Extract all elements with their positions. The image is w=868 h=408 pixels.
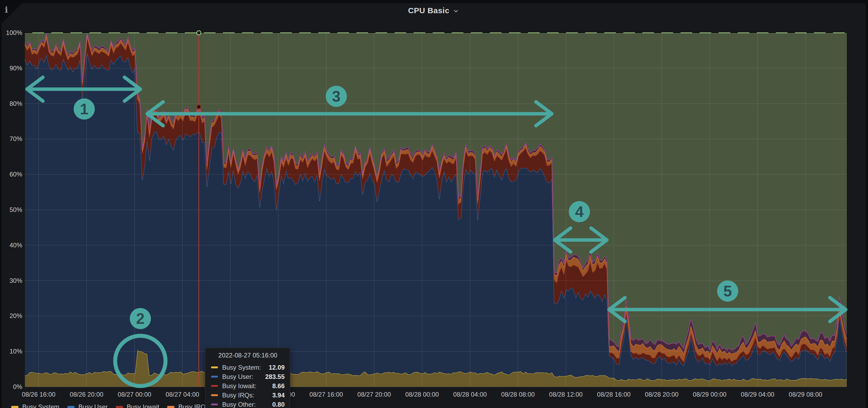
y-axis-label: 90% xyxy=(2,64,22,72)
legend-series-label: Busy Iowait xyxy=(127,403,159,408)
x-axis-label: 08/28 20:00 xyxy=(645,390,679,399)
x-axis-label: 08/27 04:00 xyxy=(166,390,199,399)
y-axis-label: 70% xyxy=(2,135,22,143)
x-axis-label: 08/28 12:00 xyxy=(549,390,583,399)
x-axis-label: 08/28 16:00 xyxy=(597,390,631,399)
grafana-page: i CPU Basic 12345 100%90%80%70%60%50%40%… xyxy=(0,0,868,408)
y-axis-label: 100% xyxy=(2,29,22,37)
x-axis-label: 08/29 08:00 xyxy=(789,390,823,399)
legend-series-label: Busy System xyxy=(22,403,59,408)
legend-series-dash-icon xyxy=(11,406,19,408)
tooltip-series-label: Busy Other: xyxy=(222,401,256,408)
y-axis-label: 20% xyxy=(2,312,22,320)
x-axis-label: 08/26 16:00 xyxy=(22,390,56,399)
legend-item[interactable]: Busy IRQs xyxy=(167,403,209,408)
x-axis-label: 08/29 04:00 xyxy=(741,390,775,399)
chart-tooltip: 2022-08-27 05:16:00 Busy System:12.09Bus… xyxy=(205,348,290,408)
y-axis-label: 80% xyxy=(2,100,22,108)
legend-series-dash-icon xyxy=(116,406,123,408)
tooltip-series-label: Busy User: xyxy=(222,373,253,380)
tooltip-series-label: Busy System: xyxy=(222,364,261,371)
legend-series-label: Busy IRQs xyxy=(178,403,209,408)
annotation-badge-number: 1 xyxy=(80,100,88,117)
x-axis-label: 08/27 20:00 xyxy=(358,390,391,399)
tooltip-series-dash-icon xyxy=(211,367,218,368)
legend-item[interactable]: Busy Iowait xyxy=(116,403,159,408)
annotation-badge-number: 5 xyxy=(723,282,732,300)
tooltip-row: Busy Iowait:8.66 xyxy=(211,381,285,390)
tooltip-series-value: 3.94 xyxy=(272,392,285,399)
legend-series-dash-icon xyxy=(67,406,75,408)
tooltip-series-dash-icon xyxy=(211,385,218,387)
tooltip-series-label: Busy Iowait: xyxy=(222,382,256,390)
x-axis-label: 08/29 00:00 xyxy=(693,390,726,399)
cpu-basic-panel: i CPU Basic 12345 100%90%80%70%60%50%40%… xyxy=(2,3,866,408)
y-axis-label: 50% xyxy=(2,206,22,214)
x-axis-label: 08/28 00:00 xyxy=(405,390,439,399)
y-axis-label: 0% xyxy=(2,383,22,391)
annotation-badge-number: 4 xyxy=(575,203,584,220)
y-axis-label: 10% xyxy=(2,347,22,355)
hover-marker-idle xyxy=(197,31,201,35)
tooltip-series-value: 283.55 xyxy=(265,373,285,380)
x-axis-label: 08/28 08:00 xyxy=(501,390,535,399)
legend-series-label: Busy User xyxy=(79,403,108,408)
tooltip-series-value: 0.80 xyxy=(272,401,285,408)
y-axis-label: 60% xyxy=(2,170,22,178)
tooltip-series-dash-icon xyxy=(211,394,218,396)
x-axis-label: 08/26 20:00 xyxy=(70,390,103,399)
tooltip-series-value: 8.66 xyxy=(272,382,285,390)
annotation-badge-number: 3 xyxy=(332,88,341,105)
x-axis-label: 08/27 16:00 xyxy=(310,390,343,399)
tooltip-timestamp: 2022-08-27 05:16:00 xyxy=(211,352,285,359)
tooltip-row: Busy System:12.09 xyxy=(211,363,285,372)
annotation-badge-number: 2 xyxy=(136,310,145,327)
tooltip-row: Busy User:283.55 xyxy=(211,372,285,381)
tooltip-series-label: Busy IRQs: xyxy=(222,392,254,399)
legend: Busy SystemBusy UserBusy IowaitBusy IRQs xyxy=(11,403,209,408)
x-axis-label: 08/28 04:00 xyxy=(453,390,487,399)
tooltip-rows: Busy System:12.09Busy User:283.55Busy Io… xyxy=(211,363,285,408)
tooltip-series-value: 12.09 xyxy=(269,364,285,371)
tooltip-series-dash-icon xyxy=(211,404,218,405)
hover-marker-busy xyxy=(197,105,201,109)
tooltip-series-dash-icon xyxy=(211,376,218,378)
tooltip-row: Busy Other:0.80 xyxy=(211,400,285,408)
x-axis-label: 08/27 00:00 xyxy=(118,390,152,399)
legend-item[interactable]: Busy User xyxy=(67,403,108,408)
legend-item[interactable]: Busy System xyxy=(11,403,59,408)
y-axis-label: 40% xyxy=(2,241,22,249)
y-axis-label: 30% xyxy=(2,277,22,285)
tooltip-row: Busy IRQs:3.94 xyxy=(211,390,285,400)
cpu-usage-chart[interactable]: 12345 xyxy=(2,3,868,408)
legend-series-dash-icon xyxy=(167,406,175,408)
